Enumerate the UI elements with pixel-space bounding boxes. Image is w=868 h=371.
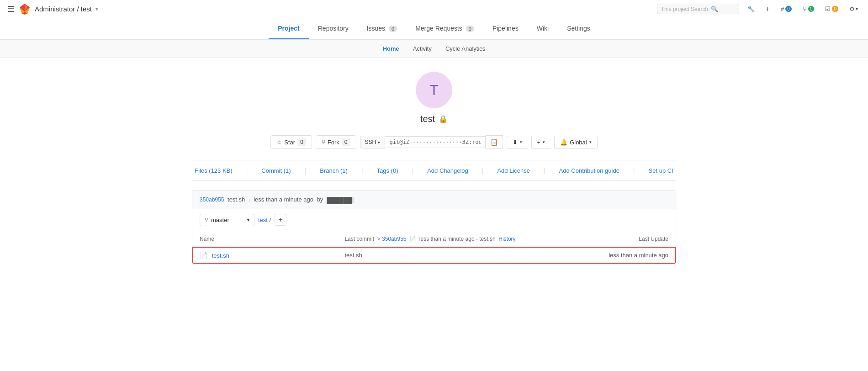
todos-nav-button[interactable]: ☑0 bbox=[822, 4, 841, 14]
commit-link[interactable]: Commit (1) bbox=[261, 167, 291, 174]
commit-info: 350ab955 test.sh · less than a minute ag… bbox=[192, 191, 676, 209]
download-button[interactable]: ⬇ ▾ bbox=[507, 136, 528, 149]
merge-requests-badge: 0 bbox=[808, 6, 815, 12]
stat-sep-4: | bbox=[412, 167, 414, 174]
todos-badge: 0 bbox=[832, 6, 838, 12]
download-chevron: ▾ bbox=[520, 140, 522, 144]
tab-pipelines[interactable]: Pipelines bbox=[483, 18, 528, 39]
fork-button[interactable]: ⑂ Fork 0 bbox=[316, 135, 356, 149]
project-title: test 🔒 bbox=[420, 114, 448, 124]
branch-chevron: ▾ bbox=[247, 217, 249, 223]
subnav-cycle-analytics[interactable]: Cycle Analytics bbox=[445, 43, 485, 54]
commit-header-time: less than a minute ago - test.sh bbox=[419, 236, 496, 242]
tab-project[interactable]: Project bbox=[269, 18, 308, 39]
issues-badge: 0 bbox=[785, 6, 792, 12]
table-row: 📄 test.sh test.sh less than a minute ago bbox=[192, 247, 676, 264]
file-table-body: 📄 test.sh test.sh less than a minute ago bbox=[192, 247, 676, 264]
branch-row: ⑂ master ▾ test / + bbox=[192, 209, 676, 231]
ssh-label: SSH bbox=[365, 139, 376, 145]
branch-stat[interactable]: Branch (1) bbox=[320, 167, 348, 174]
search-icon[interactable]: 🔍 bbox=[711, 5, 718, 12]
avatar: T bbox=[416, 72, 452, 108]
user-settings-button[interactable]: ⚙▾ bbox=[847, 4, 861, 14]
project-header: T test 🔒 bbox=[192, 72, 676, 124]
add-group: + ▾ bbox=[531, 136, 551, 149]
notification-label: Global bbox=[570, 139, 587, 146]
tab-wiki[interactable]: Wiki bbox=[528, 18, 558, 39]
subnav-home[interactable]: Home bbox=[383, 43, 399, 54]
issues-nav-button[interactable]: #0 bbox=[778, 4, 794, 14]
history-link[interactable]: History bbox=[498, 236, 515, 242]
fork-count: 0 bbox=[342, 138, 350, 146]
repo-section: 350ab955 test.sh · less than a minute ag… bbox=[192, 190, 676, 264]
merge-requests-nav-button[interactable]: ⑂0 bbox=[800, 3, 817, 15]
ci-link[interactable]: Set up CI bbox=[649, 167, 673, 174]
hamburger-icon[interactable]: ☰ bbox=[7, 4, 15, 14]
tab-repository[interactable]: Repository bbox=[309, 18, 358, 39]
stat-sep-2: | bbox=[305, 167, 307, 174]
add-file-button[interactable]: + bbox=[275, 214, 286, 226]
download-icon: ⬇ bbox=[513, 139, 518, 146]
last-update-header: Last Update bbox=[579, 231, 676, 247]
primary-nav: Project Repository Issues 0 Merge Reques… bbox=[0, 18, 868, 40]
tags-stat[interactable]: Tags (0) bbox=[377, 167, 398, 174]
contribution-link[interactable]: Add Contribution guide bbox=[559, 167, 619, 174]
top-nav-left: ☰ Administrator / test ▾ bbox=[7, 3, 98, 16]
license-link[interactable]: Add License bbox=[497, 167, 530, 174]
wrench-button[interactable]: 🔧 bbox=[745, 4, 757, 14]
file-commit-cell: test.sh bbox=[337, 247, 579, 264]
breadcrumb-chevron[interactable]: ▾ bbox=[95, 6, 98, 12]
header-commit-link[interactable]: 350ab955 bbox=[382, 236, 406, 242]
plus-button[interactable]: + bbox=[763, 3, 773, 15]
path-sep: / bbox=[270, 217, 271, 223]
changelog-link[interactable]: Add Changelog bbox=[427, 167, 468, 174]
stat-sep-3: | bbox=[361, 167, 363, 174]
subnav-activity[interactable]: Activity bbox=[413, 43, 432, 54]
license-stat[interactable]: Add License bbox=[497, 167, 530, 174]
files-link[interactable]: Files (123 KB) bbox=[195, 167, 232, 174]
commit-by: by bbox=[317, 196, 323, 203]
stat-sep-6: | bbox=[544, 167, 545, 174]
branch-link[interactable]: Branch (1) bbox=[320, 167, 348, 174]
stat-sep-7: | bbox=[633, 167, 635, 174]
top-nav: ☰ Administrator / test ▾ This project Se… bbox=[0, 0, 868, 18]
action-bar: ☆ Star 0 ⑂ Fork 0 SSH ▾ 📋 ⬇ ▾ bbox=[192, 135, 676, 149]
commit-stat[interactable]: Commit (1) bbox=[261, 167, 291, 174]
tab-settings[interactable]: Settings bbox=[558, 18, 599, 39]
tab-merge-requests[interactable]: Merge Requests 0 bbox=[406, 18, 483, 39]
contribution-stat[interactable]: Add Contribution guide bbox=[559, 167, 619, 174]
repo-path-link[interactable]: test bbox=[258, 217, 268, 223]
files-stat[interactable]: Files (123 KB) bbox=[195, 167, 232, 174]
tab-issues[interactable]: Issues 0 bbox=[358, 18, 406, 39]
git-url-input[interactable] bbox=[385, 136, 486, 148]
stat-sep-5: | bbox=[482, 167, 484, 174]
secondary-nav: Home Activity Cycle Analytics bbox=[0, 40, 868, 58]
commit-author: ██████ bbox=[327, 197, 354, 203]
ssh-button[interactable]: SSH ▾ bbox=[360, 136, 385, 148]
name-header: Name bbox=[192, 231, 337, 247]
changelog-stat[interactable]: Add Changelog bbox=[427, 167, 468, 174]
commit-hash-link[interactable]: 350ab955 bbox=[200, 196, 224, 203]
fork-label: Fork bbox=[328, 139, 339, 146]
file-last-update-cell: less than a minute ago bbox=[579, 247, 676, 264]
tags-link[interactable]: Tags (0) bbox=[377, 167, 398, 174]
branch-selector[interactable]: ⑂ master ▾ bbox=[200, 214, 254, 226]
notification-button[interactable]: 🔔 Global ▾ bbox=[554, 136, 598, 149]
stat-sep-1: | bbox=[246, 167, 248, 174]
branch-name: master bbox=[211, 217, 229, 223]
file-table: Name Last commit > 350ab955 📄 less than … bbox=[192, 231, 676, 264]
breadcrumb[interactable]: Administrator / test bbox=[35, 5, 92, 13]
main-content: T test 🔒 ☆ Star 0 ⑂ Fork 0 SSH ▾ 📋 bbox=[183, 58, 685, 264]
notification-chevron: ▾ bbox=[589, 140, 592, 144]
file-icon: 📄 bbox=[200, 252, 207, 259]
star-button[interactable]: ☆ Star 0 bbox=[270, 135, 312, 149]
search-box[interactable]: This project Search 🔍 bbox=[657, 4, 739, 14]
file-name-link[interactable]: test.sh bbox=[212, 252, 229, 259]
top-nav-right: This project Search 🔍 🔧 + #0 ⑂0 ☑0 ⚙▾ bbox=[657, 3, 861, 15]
star-icon: ☆ bbox=[276, 139, 282, 146]
copy-icon: 📋 bbox=[490, 138, 498, 146]
file-table-header: Name Last commit > 350ab955 📄 less than … bbox=[192, 231, 676, 247]
add-button[interactable]: + ▾ bbox=[531, 136, 551, 149]
ci-stat[interactable]: Set up CI bbox=[649, 167, 673, 174]
copy-url-button[interactable]: 📋 bbox=[486, 135, 503, 149]
